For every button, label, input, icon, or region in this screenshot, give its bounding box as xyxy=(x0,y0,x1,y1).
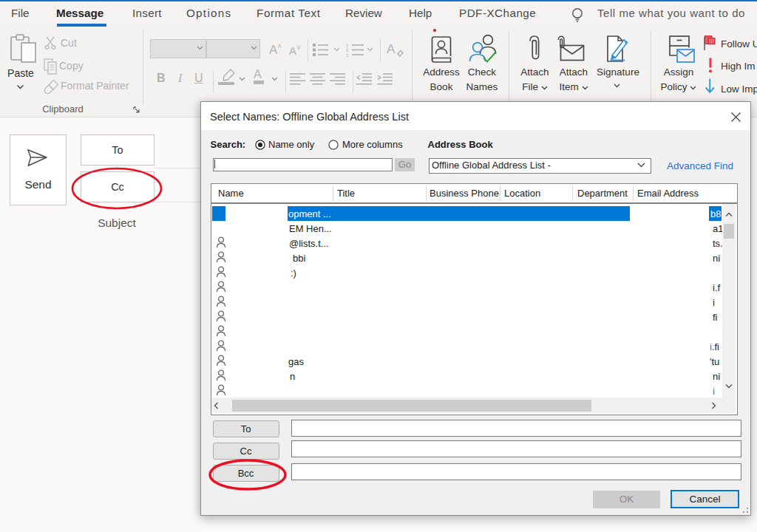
svg-text:1: 1 xyxy=(346,44,349,48)
svg-text:3: 3 xyxy=(346,53,349,58)
svg-text:2: 2 xyxy=(346,48,349,52)
